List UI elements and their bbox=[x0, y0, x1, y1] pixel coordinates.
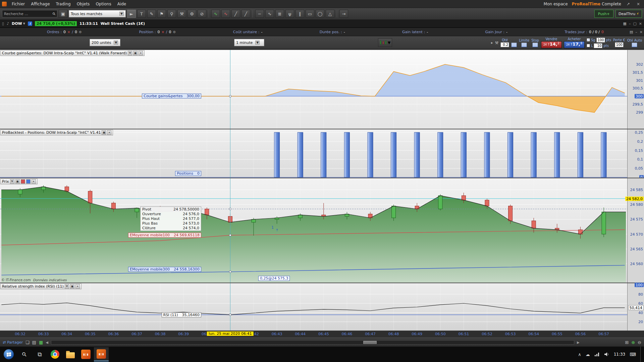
positions-plot[interactable] bbox=[0, 129, 627, 178]
scrollbar-handle[interactable] bbox=[363, 341, 377, 344]
zoom-icon[interactable]: ⚲ bbox=[167, 10, 176, 18]
menu-trading[interactable]: Trading bbox=[53, 0, 74, 8]
l-input[interactable] bbox=[594, 43, 602, 48]
add-chart-icon[interactable]: ⊞ bbox=[625, 340, 629, 345]
equity-plot[interactable] bbox=[0, 50, 627, 129]
rsi-panel-title[interactable]: Relative strength index (RSI) (11) ⚒ ▣ × bbox=[0, 284, 82, 289]
stop-order-icon[interactable] bbox=[532, 43, 538, 47]
price-y-axis[interactable]: 24 58524 582,024 58024 57524 57024 56524… bbox=[627, 178, 644, 283]
prt-app-button-1[interactable]: ▮▯▮ bbox=[78, 347, 93, 361]
grid-view-icon[interactable]: ▦ bbox=[39, 340, 43, 345]
pitchfork-icon[interactable]: ψ bbox=[285, 10, 294, 18]
close-icon[interactable]: × bbox=[107, 130, 111, 135]
positions-y-axis[interactable]: 0,250,20,150,10,050 bbox=[627, 129, 644, 178]
menu-options[interactable]: Options bbox=[93, 0, 114, 8]
trash-icon[interactable]: ⊘ bbox=[198, 10, 206, 18]
task-view-button[interactable]: ⧉ bbox=[32, 347, 47, 361]
close-icon[interactable]: × bbox=[75, 284, 80, 289]
grid-icon[interactable]: ▦ bbox=[623, 21, 626, 26]
window-icon[interactable]: ▣ bbox=[15, 179, 20, 184]
close-icon[interactable]: × bbox=[32, 179, 36, 184]
wrench-icon[interactable]: ⚒ bbox=[10, 179, 14, 184]
taskbar-search-button[interactable]: ⚲ bbox=[17, 347, 32, 361]
price-panel-title[interactable]: Prix ⚒ ▣ × bbox=[0, 179, 38, 184]
horizontal-scrollbar[interactable] bbox=[51, 340, 574, 345]
wrench-icon[interactable]: ⚒ bbox=[177, 10, 186, 18]
start-button[interactable] bbox=[1, 347, 16, 361]
sell-button[interactable]: 24 714,2 bbox=[541, 41, 562, 48]
popout-icon[interactable]: ↗ bbox=[625, 2, 631, 6]
scroll-right-icon[interactable]: ▶ bbox=[577, 341, 580, 344]
qty-auto-icon[interactable] bbox=[632, 43, 637, 47]
line-icon[interactable]: ╱ bbox=[231, 10, 240, 18]
push-button[interactable]: Push+ bbox=[594, 10, 613, 18]
cancel-icon[interactable]: × bbox=[67, 30, 70, 34]
link-icon[interactable]: ❏ bbox=[25, 340, 30, 345]
keyboard-icon[interactable]: ⌨ bbox=[630, 352, 636, 357]
close-icon[interactable]: × bbox=[640, 30, 643, 34]
pencil-icon[interactable]: ✎ bbox=[147, 10, 156, 18]
chrome-taskbar-button[interactable] bbox=[48, 347, 62, 361]
mobile-icon[interactable]: ▯ bbox=[2, 21, 4, 26]
buy-marker-icon[interactable] bbox=[26, 179, 31, 184]
orderbook-icon[interactable] bbox=[511, 43, 517, 47]
market-dropdown[interactable]: Tous les marchés ▼ bbox=[69, 10, 126, 17]
scroll-left-icon[interactable]: ◀ bbox=[46, 341, 48, 344]
text-icon[interactable]: T bbox=[137, 10, 146, 18]
cancel-icon[interactable]: × bbox=[161, 30, 164, 34]
positions-panel-title[interactable]: ProBacktest - Positions: DOW Intra-Scalp… bbox=[0, 130, 113, 135]
explorer-taskbar-button[interactable] bbox=[63, 347, 78, 361]
minimize-icon[interactable]: – bbox=[635, 30, 637, 34]
menu-objets[interactable]: Objets bbox=[74, 0, 93, 8]
gear-icon[interactable]: ⚙ bbox=[79, 30, 82, 34]
equity-y-axis[interactable]: 302301,5301300,5300299,5299 bbox=[627, 50, 644, 129]
wrench-icon[interactable]: ⚒ bbox=[65, 284, 69, 289]
close-icon[interactable]: × bbox=[635, 2, 641, 6]
window-icon[interactable]: ▣ bbox=[102, 130, 106, 135]
qty-input[interactable] bbox=[500, 42, 509, 47]
buy-button[interactable]: 24 717,8 bbox=[564, 41, 585, 48]
ellipse-icon[interactable]: ◯ bbox=[316, 10, 324, 18]
info-icon[interactable]: i bbox=[28, 21, 32, 26]
rsi-y-axis[interactable]: 100806050,4144020 bbox=[627, 283, 644, 330]
tools-icon[interactable]: ⚙ bbox=[187, 10, 196, 18]
trendline-icon[interactable]: ╱ bbox=[241, 10, 250, 18]
zoom-out-icon[interactable]: ⊖ bbox=[638, 340, 641, 345]
network-icon[interactable] bbox=[594, 352, 600, 357]
close-icon[interactable]: × bbox=[639, 21, 642, 26]
prt-app-button-2[interactable]: ▮▯▮ bbox=[94, 347, 109, 361]
cloud-icon[interactable]: ☁ bbox=[586, 352, 590, 357]
menu-affichage[interactable]: Affichage bbox=[28, 0, 53, 8]
close-icon[interactable]: × bbox=[139, 51, 143, 55]
alarm-icon[interactable]: ⚑ bbox=[157, 10, 166, 18]
chart-type-button[interactable]: ▼ bbox=[378, 38, 392, 47]
share-button[interactable]: ⇄ Partager bbox=[3, 340, 23, 345]
maximize-icon[interactable]: ▢ bbox=[633, 21, 636, 26]
taskbar-clock[interactable]: 11:33 bbox=[614, 352, 626, 357]
cursor-icon[interactable]: ► bbox=[127, 10, 136, 18]
units-dropdown[interactable]: 200 unités ▼ bbox=[90, 39, 120, 46]
menu-aide[interactable]: Aide bbox=[114, 0, 129, 8]
limit-order-icon[interactable] bbox=[521, 43, 527, 47]
save-icon[interactable]: ▤ bbox=[32, 340, 36, 345]
wrench-icon[interactable]: ⚒ bbox=[128, 51, 132, 55]
window-icon[interactable]: ▣ bbox=[70, 284, 74, 289]
stop-loss-checkbox[interactable] bbox=[587, 44, 590, 47]
segment-icon[interactable]: − bbox=[255, 10, 264, 18]
instrument-selector[interactable]: DOW▼ bbox=[12, 21, 25, 26]
tray-arrow-icon[interactable]: ∧ bbox=[578, 352, 581, 357]
collapse-icon[interactable]: ▸ bbox=[491, 41, 493, 45]
list-icon[interactable]: ▤ bbox=[630, 30, 633, 34]
sound-icon[interactable]: ♪ bbox=[7, 21, 9, 26]
positions-value-chip[interactable]: Positions0 bbox=[175, 171, 201, 176]
arrow-right-icon[interactable]: → bbox=[339, 10, 348, 18]
menu-fichier[interactable]: Fichier bbox=[9, 0, 28, 8]
time-axis[interactable]: 06:3206:3306:3406:3506:3606:3706:3806:39… bbox=[0, 330, 644, 338]
ema300-chip[interactable]: EMoyenne mobile30024 558,16300 bbox=[128, 267, 201, 272]
rsi-value-chip[interactable]: RSI (11)35,16460 bbox=[162, 312, 201, 317]
indicator-down-icon[interactable]: ∿ bbox=[221, 10, 230, 18]
gear-icon[interactable]: ⚙ bbox=[173, 30, 176, 34]
sg-input[interactable] bbox=[596, 38, 605, 43]
zigzag-icon[interactable]: ∿ bbox=[265, 10, 274, 18]
screen-icon[interactable]: ▣ bbox=[59, 10, 67, 18]
